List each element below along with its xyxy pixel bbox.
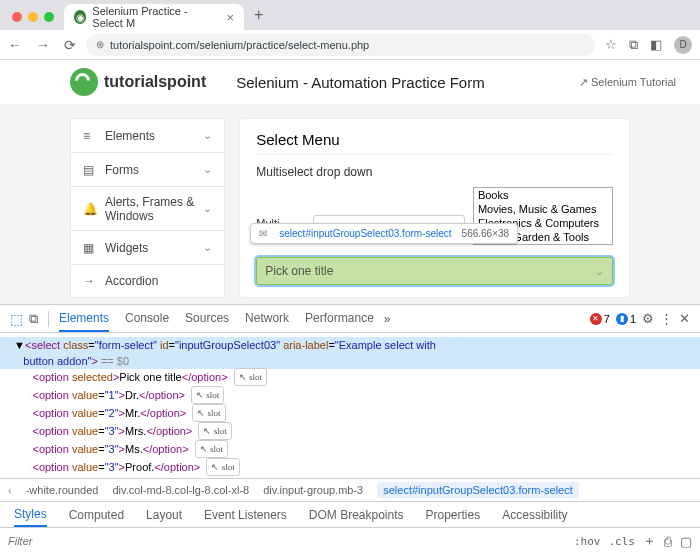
tab-title: Selenium Practice - Select M	[92, 5, 216, 29]
panel-subheading: Multiselect drop down	[256, 165, 613, 179]
panel-heading: Select Menu	[256, 131, 613, 155]
bell-icon: 🔔	[83, 202, 97, 216]
page-header: tutorialspoint Selenium - Automation Pra…	[0, 60, 700, 104]
widgets-icon: ▦	[83, 241, 97, 255]
list-item[interactable]: Movies, Music & Games	[474, 202, 612, 216]
logo-icon	[70, 68, 98, 96]
devtools-tabs: Elements Console Sources Network Perform…	[59, 311, 374, 326]
close-window-icon[interactable]	[12, 12, 22, 22]
tab-performance[interactable]: Performance	[305, 311, 374, 326]
breadcrumb-item-active[interactable]: select#inputGroupSelect03.form-select	[377, 482, 579, 498]
tab-layout[interactable]: Layout	[146, 508, 182, 522]
browser-toolbar: ← → ⟳ ⊕ tutorialspoint.com/selenium/prac…	[0, 30, 700, 60]
highlighted-select[interactable]: Pick one title ⌄	[256, 257, 613, 285]
device-toggle-icon[interactable]: ⧉	[29, 311, 38, 327]
browser-tab[interactable]: ◉ Selenium Practice - Select M ×	[64, 4, 244, 30]
chevron-down-icon: ⌄	[203, 241, 212, 254]
reload-button[interactable]: ⟳	[64, 37, 76, 53]
cls-toggle[interactable]: .cls	[609, 535, 636, 548]
issues-badge[interactable]: ▮1	[616, 313, 636, 325]
minimize-window-icon[interactable]	[28, 12, 38, 22]
tooltip-selector: select#inputGroupSelect03.form-select	[279, 228, 451, 239]
site-info-icon[interactable]: ⊕	[96, 39, 104, 50]
page-title: Selenium - Automation Practice Form	[236, 74, 549, 91]
issue-count: 1	[630, 313, 636, 325]
tab-properties[interactable]: Properties	[426, 508, 481, 522]
tab-styles[interactable]: Styles	[14, 507, 47, 527]
sidebar-item-widgets[interactable]: ▦Widgets⌄	[70, 230, 225, 264]
extensions-icon[interactable]: ⧉	[629, 37, 638, 53]
elements-tree[interactable]: ▼<select class="form-select" id="inputGr…	[0, 333, 700, 478]
new-tab-button[interactable]: +	[254, 6, 263, 24]
url-text: tutorialspoint.com/selenium/practice/sel…	[110, 39, 369, 51]
breadcrumb-item[interactable]: div.input-group.mb-3	[263, 484, 363, 496]
window-controls	[12, 12, 54, 22]
bookmark-icon[interactable]: ☆	[605, 37, 617, 52]
tab-console[interactable]: Console	[125, 311, 169, 326]
devtools-panel: ⬚ ⧉ Elements Console Sources Network Per…	[0, 304, 700, 554]
chevron-down-icon: ⌄	[203, 129, 212, 142]
site-logo[interactable]: tutorialspoint	[70, 68, 206, 96]
errors-badge[interactable]: ✕7	[590, 313, 610, 325]
add-rule-icon[interactable]: ＋	[643, 532, 656, 550]
settings-icon[interactable]: ⚙	[642, 311, 654, 326]
breadcrumb-item[interactable]: -white.rounded	[26, 484, 99, 496]
maximize-window-icon[interactable]	[44, 12, 54, 22]
hov-toggle[interactable]: :hov	[574, 535, 601, 548]
list-item[interactable]: Books	[474, 188, 612, 202]
breadcrumb-item[interactable]: div.col-md-8.col-lg-8.col-xl-8	[112, 484, 249, 496]
sidebar-item-label: Elements	[105, 129, 155, 143]
breadcrumb: ‹ -white.rounded div.col-md-8.col-lg-8.c…	[0, 478, 700, 502]
sidebar-item-label: Forms	[105, 163, 139, 177]
close-tab-icon[interactable]: ×	[226, 10, 234, 25]
sidebar-item-accordion[interactable]: →Accordion	[70, 264, 225, 298]
inspector-tooltip: select#inputGroupSelect03.form-select 56…	[250, 223, 518, 244]
tab-network[interactable]: Network	[245, 311, 289, 326]
chevron-down-icon: ⌄	[203, 163, 212, 176]
devtools-toolbar: ⬚ ⧉ Elements Console Sources Network Per…	[0, 305, 700, 333]
sidebar-item-label: Widgets	[105, 241, 148, 255]
forms-icon: ▤	[83, 163, 97, 177]
tab-computed[interactable]: Computed	[69, 508, 124, 522]
tab-accessibility[interactable]: Accessibility	[502, 508, 567, 522]
computed-panel-icon[interactable]: ▢	[680, 534, 692, 549]
page-viewport: tutorialspoint Selenium - Automation Pra…	[0, 60, 700, 304]
tab-elements[interactable]: Elements	[59, 311, 109, 332]
chevron-down-icon: ⌄	[203, 202, 212, 215]
back-button[interactable]: ←	[8, 37, 22, 53]
address-bar[interactable]: ⊕ tutorialspoint.com/selenium/practice/s…	[86, 34, 595, 56]
sidebar-item-label: Alerts, Frames & Windows	[105, 195, 195, 223]
more-tabs-icon[interactable]: »	[384, 312, 391, 326]
error-count: 7	[604, 313, 610, 325]
sidebar: ≡Elements⌄ ▤Forms⌄ 🔔Alerts, Frames & Win…	[70, 118, 225, 298]
tab-sources[interactable]: Sources	[185, 311, 229, 326]
breadcrumb-scroll-left[interactable]: ‹	[8, 484, 12, 496]
tutorial-link[interactable]: Selenium Tutorial	[579, 76, 676, 89]
close-devtools-icon[interactable]: ✕	[679, 311, 690, 326]
sidebar-item-elements[interactable]: ≡Elements⌄	[70, 118, 225, 152]
chevron-down-icon: ⌄	[595, 265, 604, 278]
logo-text: tutorialspoint	[104, 73, 206, 91]
forward-button[interactable]: →	[36, 37, 50, 53]
browser-tab-bar: ◉ Selenium Practice - Select M × +	[0, 0, 700, 30]
print-icon[interactable]: ⎙	[664, 534, 672, 549]
select-value: Pick one title	[265, 264, 333, 278]
hamburger-icon: ≡	[83, 129, 97, 143]
sidebar-item-alerts[interactable]: 🔔Alerts, Frames & Windows⌄	[70, 186, 225, 230]
sidebar-item-forms[interactable]: ▤Forms⌄	[70, 152, 225, 186]
tab-event-listeners[interactable]: Event Listeners	[204, 508, 287, 522]
side-panel-icon[interactable]: ◧	[650, 37, 662, 52]
kebab-icon[interactable]: ⋮	[660, 311, 673, 326]
inspect-icon[interactable]: ⬚	[10, 311, 23, 327]
profile-avatar[interactable]: D	[674, 36, 692, 54]
styles-filter-row: :hov .cls ＋ ⎙ ▢	[0, 528, 700, 554]
main-panel: Select Menu Multiselect drop down Multi-…	[239, 118, 630, 298]
sidebar-item-label: Accordion	[105, 274, 158, 288]
arrow-right-icon: →	[83, 274, 97, 288]
tab-dom-breakpoints[interactable]: DOM Breakpoints	[309, 508, 404, 522]
filter-input[interactable]	[8, 535, 566, 547]
favicon-icon: ◉	[74, 10, 86, 24]
styles-tabs: Styles Computed Layout Event Listeners D…	[0, 502, 700, 528]
tooltip-dimensions: 566.66×38	[462, 228, 510, 239]
